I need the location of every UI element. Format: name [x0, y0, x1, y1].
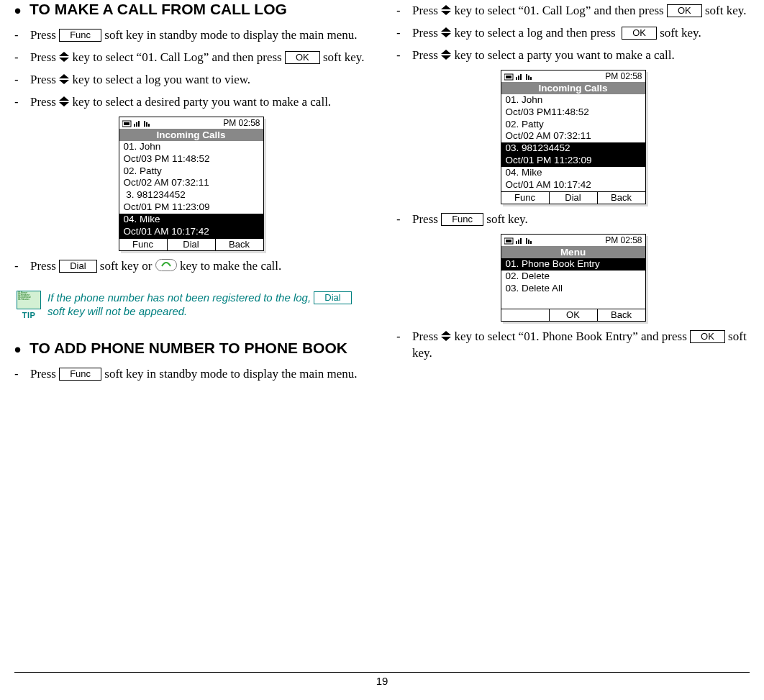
svg-rect-1	[124, 122, 129, 125]
text: Press	[412, 4, 441, 17]
heading-text: TO MAKE A CALL FROM CALL LOG	[29, 0, 287, 19]
updown-icon	[59, 52, 69, 62]
tip-text: If the phone number has not been registe…	[47, 291, 314, 304]
step: - Press key to select a log and then pre…	[396, 25, 750, 42]
ok-key: OK	[622, 27, 657, 40]
status-time: PM 02:58	[605, 71, 642, 81]
list-item: 01. John	[501, 94, 645, 106]
text: Press	[412, 329, 441, 343]
updown-icon	[441, 331, 451, 341]
svg-rect-6	[506, 76, 511, 78]
list-item: 02. Patty	[501, 119, 645, 131]
bullet-icon: •	[14, 340, 21, 359]
func-key: Func	[59, 368, 101, 381]
dial-key: Dial	[314, 291, 351, 304]
tip-label: TIP	[22, 310, 36, 320]
updown-icon	[441, 50, 451, 60]
status-icons	[504, 235, 537, 245]
softkey-dial: Dial	[549, 192, 597, 204]
softkey-dial: Dial	[167, 239, 215, 250]
list-item-selected: Oct/01 AM 10:17:42	[119, 226, 263, 238]
softkey-func: Func	[501, 192, 549, 204]
list-item: Oct/01 AM 10:17:42	[501, 179, 645, 191]
screen-title: Incoming Calls	[501, 82, 645, 94]
phone-screen-incoming-2: PM 02:58 Incoming Calls 01. John Oct/03 …	[501, 70, 646, 204]
updown-icon	[59, 74, 69, 84]
text: Press	[30, 28, 59, 42]
text: soft key in standby mode to display the …	[104, 28, 357, 42]
svg-rect-12	[526, 238, 527, 244]
status-icons	[122, 118, 155, 128]
dash-icon: -	[14, 258, 30, 275]
svg-rect-4	[148, 124, 150, 127]
func-key: Func	[441, 213, 483, 226]
step: - Press Dial soft key or key to make the…	[14, 258, 368, 275]
svg-rect-3	[146, 122, 147, 127]
text: Press	[30, 73, 59, 86]
list-item: 3. 981234452	[119, 189, 263, 201]
heading-add-phone-book: • TO ADD PHONE NUMBER TO PHONE BOOK	[14, 339, 368, 359]
svg-rect-11	[506, 240, 511, 242]
step: - Press Func soft key in standby mode to…	[14, 366, 368, 383]
ok-key: OK	[690, 330, 725, 343]
text: key to select a log and then press	[454, 26, 619, 40]
softkey-ok: OK	[549, 309, 597, 321]
list-item: 02. Delete	[501, 271, 645, 283]
text: Press	[412, 212, 441, 226]
text: soft key.	[323, 50, 364, 64]
step: - Press Func soft key.	[396, 212, 750, 228]
list-item: Oct/03 PM 11:48:52	[119, 153, 263, 165]
list-item: 04. Mike	[501, 167, 645, 179]
phone-screen-menu: PM 02:58 Menu 01. Phone Book Entry 02. D…	[501, 234, 646, 322]
dash-icon: -	[396, 47, 412, 64]
text: Press	[30, 50, 59, 64]
heading-text: TO ADD PHONE NUMBER TO PHONE BOOK	[29, 339, 347, 358]
dash-icon: -	[14, 50, 30, 66]
svg-rect-2	[144, 121, 145, 127]
status-time: PM 02:58	[223, 118, 260, 128]
tip-box: 01.Preset02.Ringtone03.Download04.Vibrat…	[14, 291, 368, 320]
text: key to make the call.	[180, 259, 281, 273]
list-item-selected: Oct/01 PM 11:23:09	[501, 155, 645, 167]
text: key to select “01. Call Log” and then pr…	[72, 50, 285, 64]
text: soft key in standby mode to display the …	[104, 367, 357, 381]
list-item: 03. Delete All	[501, 283, 645, 295]
text: Press	[30, 259, 59, 273]
screen-title: Menu	[501, 246, 645, 258]
tip-text: soft key will not be appeared.	[47, 305, 187, 317]
bullet-icon: •	[14, 1, 21, 20]
svg-rect-7	[526, 74, 527, 80]
text: key to select a desired party you want t…	[72, 95, 331, 109]
list-item-selected: 01. Phone Book Entry	[501, 258, 645, 271]
softkey-func: Func	[119, 239, 167, 250]
text: key to select a log you want to view.	[72, 73, 250, 86]
text: Press	[30, 95, 59, 109]
list-item-selected: 03. 981234452	[501, 142, 645, 155]
dash-icon: -	[396, 3, 412, 19]
svg-rect-8	[528, 76, 529, 80]
text: soft key.	[660, 26, 701, 40]
text: Press	[30, 367, 59, 381]
screen-title: Incoming Calls	[119, 129, 263, 141]
phone-screen-incoming-1: PM 02:58 Incoming Calls 01. John Oct/03 …	[119, 117, 264, 251]
dash-icon: -	[14, 72, 30, 88]
updown-icon	[59, 96, 69, 106]
dash-icon: -	[396, 25, 412, 42]
list-item: Oct/01 PM 11:23:09	[119, 201, 263, 214]
status-time: PM 02:58	[605, 235, 642, 245]
call-key-icon	[155, 259, 177, 271]
dash-icon: -	[14, 27, 30, 44]
step: - Press key to select a log you want to …	[14, 72, 368, 88]
func-key: Func	[59, 29, 101, 42]
step: - Press key to select a desired party yo…	[14, 94, 368, 111]
svg-rect-9	[530, 77, 532, 80]
svg-rect-14	[530, 241, 532, 244]
text: soft key or	[100, 259, 155, 273]
status-icons	[504, 71, 537, 81]
softkey-back: Back	[215, 239, 263, 250]
text: Press	[412, 48, 441, 62]
text: key to select a party you want to make a…	[454, 48, 674, 62]
dash-icon: -	[14, 366, 30, 383]
text: key to select “01. Phone Book Entry” and…	[454, 329, 690, 343]
softkey-back: Back	[597, 192, 645, 204]
